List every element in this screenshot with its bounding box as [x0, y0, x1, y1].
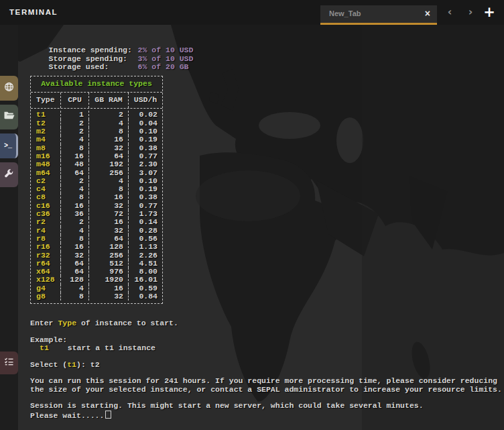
sidebar-item-tasks[interactable]	[0, 352, 18, 374]
cell-cpu: 16	[61, 243, 89, 251]
task-list-icon	[4, 357, 14, 369]
cell-cpu: 2	[61, 177, 89, 185]
instance-table-row: c8 8 16 0.38	[31, 193, 162, 201]
chevron-right-icon: ›	[468, 5, 473, 18]
select-input-value[interactable]: t2	[90, 360, 100, 369]
cell-usd: 2.26	[129, 252, 162, 260]
enter-pre-text: Enter	[30, 319, 58, 327]
cell-usd: 0.84	[129, 292, 162, 301]
cell-type: x128	[31, 276, 61, 284]
app-title: TERMINAL	[9, 8, 58, 16]
instance-table-header: Type CPU GB RAM USD/h	[31, 93, 162, 109]
cell-type: r16	[31, 243, 61, 251]
tab-new-tab[interactable]: New_Tab ×	[320, 5, 437, 25]
cell-ram: 128	[89, 243, 129, 251]
instance-table-row: m64 64 256 3.07	[31, 169, 162, 177]
cell-ram: 16	[89, 193, 129, 201]
cell-cpu: 2	[61, 218, 89, 226]
cell-usd: 16.01	[129, 276, 162, 284]
cell-usd: 0.02	[129, 111, 162, 119]
cell-cpu: 32	[61, 252, 89, 260]
instance-table-row: r32 32 256 2.26	[31, 252, 162, 260]
cell-cpu: 4	[61, 136, 89, 144]
cell-ram: 32	[89, 292, 129, 301]
instance-table-row: r16 16 128 1.13	[31, 243, 162, 251]
cell-cpu: 36	[61, 210, 89, 218]
sidebar-item-files[interactable]	[0, 105, 18, 129]
cell-ram: 2	[89, 111, 129, 119]
cell-type: t1	[31, 111, 61, 119]
cell-ram: 1920	[89, 276, 129, 284]
select-prompt-line[interactable]: Select (t1): t2	[30, 361, 501, 369]
plus-icon: +	[483, 4, 495, 20]
instance-table-row: r2 2 16 0.14	[31, 218, 162, 226]
please-wait-line: Please wait.....	[30, 411, 501, 419]
terminal-prompt-icon: >_	[4, 142, 12, 150]
next-tab-button[interactable]: ›	[463, 5, 478, 19]
add-tab-button[interactable]: +	[482, 3, 497, 21]
sidebar-item-globe[interactable]	[0, 76, 18, 101]
enter-post-text: of instance to start.	[76, 319, 178, 327]
cell-ram: 16	[89, 136, 129, 144]
cell-type: c4	[31, 185, 61, 193]
instance-table-row: m48 48 192 2.30	[31, 160, 162, 168]
example-code: t1	[40, 343, 49, 352]
cell-type: m4	[31, 136, 61, 144]
cell-cpu: 8	[61, 193, 89, 201]
sidebar-item-terminal[interactable]: >_	[0, 133, 18, 158]
select-default: t1	[67, 360, 76, 369]
instance-spending-value: 2% of 10 USD	[138, 46, 194, 54]
session-starting-message: Session is starting. This might start a …	[30, 402, 501, 410]
instance-table-row: m4 4 16 0.19	[31, 136, 162, 144]
cell-type: r4	[31, 227, 61, 235]
header-ram: GB RAM	[89, 93, 129, 108]
cell-usd: 0.19	[129, 136, 162, 144]
cell-cpu: 4	[61, 284, 89, 292]
instance-spending-label: Instance spending:	[49, 46, 138, 54]
cell-usd: 0.14	[129, 218, 162, 226]
cell-cpu: 48	[61, 160, 89, 168]
limit-message-line1: You can run this session for 241 hours. …	[30, 377, 501, 385]
storage-used-value: 6% of 20 GB	[138, 62, 189, 71]
cell-type: g4	[31, 284, 61, 292]
instance-table-row: x128 128 1920 16.01	[31, 276, 162, 284]
cell-cpu: 4	[61, 227, 89, 235]
cell-type: m64	[31, 169, 61, 177]
cell-type: t2	[31, 119, 61, 127]
instance-table-row: t1 1 2 0.02	[31, 111, 162, 119]
cell-type: c36	[31, 210, 61, 218]
instance-table-title: Available instance types	[31, 76, 162, 93]
cell-ram: 192	[89, 160, 129, 168]
instance-spending-line: Instance spending:2% of 10 USD	[30, 38, 501, 46]
example-desc: start a t1 instance	[68, 343, 155, 352]
terminal-output[interactable]: Instance spending:2% of 10 USD Storage s…	[30, 38, 501, 419]
tab-label: New_Tab	[329, 9, 361, 17]
cell-type: c2	[31, 177, 61, 185]
cell-cpu: 2	[61, 127, 89, 136]
cell-usd: 0.38	[129, 193, 162, 201]
title-bar: TERMINAL New_Tab × ‹ › +	[0, 0, 504, 25]
cell-usd: 3.07	[129, 169, 162, 177]
chevron-left-icon: ‹	[448, 5, 452, 18]
sidebar-item-wrench[interactable]	[0, 162, 18, 187]
example-line: t1start a t1 instance	[30, 344, 501, 352]
cell-cpu: 64	[61, 169, 89, 177]
cell-ram: 256	[89, 169, 129, 177]
cell-usd: 2.30	[129, 160, 162, 168]
please-wait-text: Please wait.....	[30, 411, 104, 420]
header-cpu: CPU	[61, 93, 89, 108]
cell-ram: 16	[89, 218, 129, 226]
cell-type: r32	[31, 252, 61, 260]
cell-cpu: 1	[61, 111, 89, 119]
prev-tab-button[interactable]: ‹	[442, 5, 457, 19]
cell-type: m48	[31, 160, 61, 168]
instance-table-body: t1 1 2 0.02 t2 2 4 0.04 m2 2 8 0.10 m4 4…	[31, 109, 162, 303]
cell-type: r2	[31, 218, 61, 226]
enter-type-line: Enter Type of instance to start.	[30, 319, 501, 327]
cell-usd: 1.13	[129, 243, 162, 251]
globe-icon	[4, 82, 14, 95]
storage-spending-value: 3% of 10 USD	[138, 54, 194, 63]
select-post-text: ):	[76, 360, 90, 369]
close-tab-icon[interactable]: ×	[425, 8, 430, 19]
limit-message-line2: the size of your selected instance, or c…	[30, 386, 501, 394]
